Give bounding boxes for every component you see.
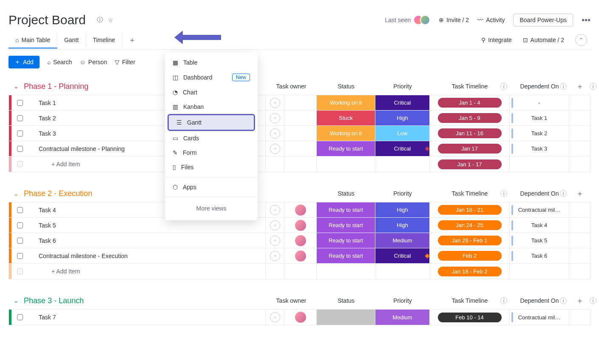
group-title[interactable]: Phase 2 - Execution bbox=[24, 189, 92, 198]
chevron-down-icon[interactable]: ⌄ bbox=[14, 190, 19, 197]
owner-cell[interactable] bbox=[284, 141, 316, 156]
column-header-priority[interactable]: Priority bbox=[375, 190, 430, 197]
search-tool[interactable]: ⌕ Search bbox=[47, 59, 72, 65]
owner-cell[interactable] bbox=[284, 95, 316, 110]
column-header-timeline[interactable]: Task Timelinei bbox=[430, 297, 510, 304]
priority-cell[interactable]: Critical bbox=[375, 248, 429, 263]
priority-cell[interactable]: Medium bbox=[375, 233, 429, 248]
row-checkbox[interactable] bbox=[11, 253, 28, 259]
info-icon[interactable]: i bbox=[560, 83, 567, 90]
add-comment-icon[interactable]: ＋ bbox=[270, 205, 280, 215]
conversation-cell[interactable]: ＋ bbox=[265, 141, 284, 156]
add-column-button[interactable]: ＋ bbox=[569, 188, 590, 199]
owner-cell[interactable] bbox=[284, 248, 316, 263]
column-header-status[interactable]: Status bbox=[317, 297, 375, 304]
conversation-cell[interactable]: ＋ bbox=[265, 95, 284, 110]
conversation-cell[interactable]: ＋ bbox=[265, 310, 284, 325]
popup-item-table[interactable]: ▦Table bbox=[165, 55, 258, 70]
owner-cell[interactable] bbox=[284, 126, 316, 141]
table-row[interactable]: Task 3 ＋ Working on it Low Jan 11 - 16 T… bbox=[9, 126, 590, 141]
dependency-cell[interactable]: Contractual mil… bbox=[509, 310, 569, 325]
priority-cell[interactable]: High bbox=[375, 218, 429, 233]
row-checkbox[interactable] bbox=[11, 100, 28, 106]
timeline-cell[interactable]: Jan 17 bbox=[429, 141, 509, 156]
conversation-cell[interactable]: ＋ bbox=[265, 202, 284, 217]
popup-item-gantt[interactable]: ☰Gantt bbox=[167, 114, 255, 131]
task-name[interactable]: Task 6 bbox=[28, 237, 265, 244]
timeline-cell[interactable]: Jan 18 - 21 bbox=[429, 202, 509, 217]
dependency-cell[interactable]: Task 5 bbox=[509, 233, 569, 248]
dependency-cell[interactable]: Task 4 bbox=[509, 218, 569, 233]
add-column-button[interactable]: ＋ bbox=[569, 81, 590, 91]
table-row[interactable]: Task 5 ＋ Ready to start High Jan 24 - 25… bbox=[9, 218, 590, 233]
table-row[interactable]: Task 4 ＋ Ready to start High Jan 18 - 21… bbox=[9, 202, 590, 218]
owner-cell[interactable] bbox=[284, 310, 316, 325]
last-seen[interactable]: Last seen bbox=[385, 15, 431, 25]
info-icon[interactable]: i bbox=[590, 297, 596, 304]
add-comment-icon[interactable]: ＋ bbox=[270, 251, 280, 261]
timeline-cell[interactable]: Feb 10 - 14 bbox=[429, 310, 509, 325]
tab-timeline[interactable]: Timeline bbox=[86, 32, 122, 48]
column-header-timeline[interactable]: Task Timelinei bbox=[430, 83, 510, 90]
conversation-cell[interactable]: ＋ bbox=[265, 218, 284, 233]
add-item-label[interactable]: + Add Item bbox=[28, 268, 265, 275]
priority-cell[interactable]: High bbox=[375, 202, 429, 217]
status-cell[interactable]: Ready to start bbox=[316, 233, 375, 248]
status-cell[interactable]: Ready to start bbox=[316, 202, 375, 217]
info-icon[interactable]: i bbox=[560, 297, 567, 304]
add-item-row[interactable]: + Add Item Jan 1 - 17 bbox=[9, 156, 590, 172]
invite-button[interactable]: ⊕ Invite / 2 bbox=[439, 17, 469, 23]
row-checkbox[interactable] bbox=[11, 238, 28, 244]
task-name[interactable]: Task 5 bbox=[28, 222, 265, 229]
status-cell[interactable]: Ready to start bbox=[316, 218, 375, 233]
priority-cell[interactable]: High bbox=[375, 111, 429, 125]
group-title[interactable]: Phase 3 - Launch bbox=[24, 296, 84, 305]
dependency-cell[interactable]: - bbox=[509, 95, 569, 110]
timeline-cell[interactable]: Jan 24 - 25 bbox=[429, 218, 509, 233]
add-comment-icon[interactable]: ＋ bbox=[270, 312, 280, 322]
integrate-button[interactable]: ⚲ Integrate bbox=[481, 37, 511, 43]
info-icon[interactable]: i bbox=[500, 83, 507, 90]
column-header-priority[interactable]: Priority bbox=[375, 83, 430, 90]
timeline-cell[interactable]: Jan 26 - Feb 1 bbox=[429, 233, 509, 248]
popup-more-views[interactable]: More views bbox=[165, 200, 258, 217]
powerups-button[interactable]: Board Power-Ups bbox=[513, 14, 573, 26]
popup-item-form[interactable]: ✎Form bbox=[165, 145, 258, 160]
info-icon[interactable]: i bbox=[560, 190, 567, 197]
add-view-button[interactable]: ＋ bbox=[122, 31, 142, 49]
popup-item-files[interactable]: ▯Files bbox=[165, 160, 258, 174]
popup-item-apps[interactable]: ⬡Apps bbox=[165, 180, 258, 194]
tab-gantt[interactable]: Gantt bbox=[57, 32, 86, 48]
owner-cell[interactable] bbox=[284, 202, 316, 217]
timeline-cell[interactable]: Jan 11 - 16 bbox=[429, 126, 509, 141]
group-title[interactable]: Phase 1 - Planning bbox=[24, 82, 88, 91]
timeline-cell[interactable]: Feb 2 bbox=[429, 248, 509, 263]
star-icon[interactable]: ☆ bbox=[108, 17, 114, 23]
column-header-dep[interactable]: Dependent Oni bbox=[510, 297, 569, 304]
add-comment-icon[interactable]: ＋ bbox=[270, 220, 280, 230]
owner-cell[interactable] bbox=[284, 233, 316, 248]
status-cell[interactable]: Working on it bbox=[316, 95, 375, 110]
row-checkbox[interactable] bbox=[11, 146, 28, 152]
row-checkbox[interactable] bbox=[11, 131, 28, 136]
info-icon[interactable]: ⓘ bbox=[97, 16, 103, 24]
add-column-button[interactable]: ＋ bbox=[569, 296, 590, 306]
table-row[interactable]: Task 7 ＋ Medium Feb 10 - 14 Contractual … bbox=[9, 310, 590, 325]
filter-tool[interactable]: ▽ Filter bbox=[115, 59, 135, 65]
timeline-cell[interactable]: Jan 5 - 9 bbox=[429, 111, 509, 125]
column-header-timeline[interactable]: Task Timelinei bbox=[430, 190, 510, 197]
dependency-cell[interactable]: Contractual mil… bbox=[509, 202, 569, 217]
column-header-priority[interactable]: Priority bbox=[375, 297, 430, 304]
row-checkbox[interactable] bbox=[11, 207, 28, 213]
more-menu-icon[interactable]: ••• bbox=[582, 15, 590, 25]
info-icon[interactable]: i bbox=[590, 83, 596, 90]
status-cell[interactable]: Ready to start bbox=[316, 248, 375, 263]
table-row[interactable]: Contractual milestone - Execution ＋ Read… bbox=[9, 248, 590, 264]
add-comment-icon[interactable]: ＋ bbox=[270, 236, 280, 246]
conversation-cell[interactable]: ＋ bbox=[265, 248, 284, 263]
priority-cell[interactable]: Critical bbox=[375, 141, 429, 156]
column-header-status[interactable]: Status bbox=[317, 83, 375, 90]
conversation-cell[interactable]: ＋ bbox=[265, 233, 284, 248]
add-item-row[interactable]: + Add Item Jan 18 - Feb 2 bbox=[9, 264, 590, 279]
add-comment-icon[interactable]: ＋ bbox=[270, 113, 280, 123]
